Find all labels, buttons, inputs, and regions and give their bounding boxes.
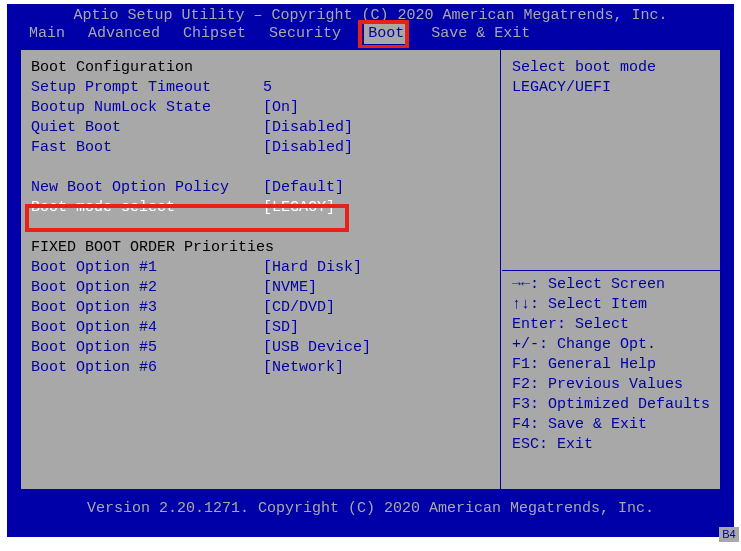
value: [Hard Disk] — [263, 258, 362, 278]
body-area: Boot Configuration Setup Prompt Timeout … — [19, 48, 722, 491]
help-esc: ESC: Exit — [512, 435, 710, 455]
bios-screen: Aptio Setup Utility – Copyright (C) 2020… — [7, 4, 734, 537]
menu-save-exit[interactable]: Save & Exit — [431, 24, 530, 44]
menu-chipset[interactable]: Chipset — [183, 24, 246, 44]
right-pane: Select boot mode LEGACY/UEFI →←: Select … — [502, 50, 720, 489]
value: [Disabled] — [263, 118, 353, 138]
label: Boot Option #3 — [31, 298, 263, 318]
corner-badge: B4 — [719, 527, 739, 542]
row-boot-option-1[interactable]: Boot Option #1 [Hard Disk] — [31, 258, 490, 278]
row-boot-option-5[interactable]: Boot Option #5 [USB Device] — [31, 338, 490, 358]
row-new-boot-option-policy[interactable]: New Boot Option Policy [Default] — [31, 178, 490, 198]
row-fast-boot[interactable]: Fast Boot [Disabled] — [31, 138, 490, 158]
menu-boot[interactable]: Boot — [364, 24, 408, 44]
value: [LEGACY] — [263, 198, 335, 218]
item-description-1: Select boot mode — [512, 58, 710, 78]
value: [Default] — [263, 178, 344, 198]
help-f4: F4: Save & Exit — [512, 415, 710, 435]
label: Boot mode select — [31, 198, 263, 218]
help-select-item: ↑↓: Select Item — [512, 295, 710, 315]
value: 5 — [263, 78, 272, 98]
divider — [502, 270, 720, 271]
value: [SD] — [263, 318, 299, 338]
value: [On] — [263, 98, 299, 118]
menu-main[interactable]: Main — [29, 24, 65, 44]
value: [USB Device] — [263, 338, 371, 358]
help-change-opt: +/-: Change Opt. — [512, 335, 710, 355]
version-bar: Version 2.20.1271. Copyright (C) 2020 Am… — [7, 499, 734, 517]
label: Boot Option #6 — [31, 358, 263, 378]
label: Fast Boot — [31, 138, 263, 158]
row-setup-prompt-timeout[interactable]: Setup Prompt Timeout 5 — [31, 78, 490, 98]
help-select-screen: →←: Select Screen — [512, 275, 710, 295]
help-f1: F1: General Help — [512, 355, 710, 375]
label: Boot Option #1 — [31, 258, 263, 278]
label: Quiet Boot — [31, 118, 263, 138]
label: Boot Option #5 — [31, 338, 263, 358]
row-boot-mode-select[interactable]: Boot mode select [LEGACY] — [31, 198, 490, 218]
label: New Boot Option Policy — [31, 178, 263, 198]
left-pane: Boot Configuration Setup Prompt Timeout … — [21, 50, 501, 489]
boot-config-heading: Boot Configuration — [31, 58, 490, 78]
title-bar: Aptio Setup Utility – Copyright (C) 2020… — [7, 6, 734, 24]
fixed-boot-order-heading: FIXED BOOT ORDER Priorities — [31, 238, 490, 258]
help-f2: F2: Previous Values — [512, 375, 710, 395]
help-f3: F3: Optimized Defaults — [512, 395, 710, 415]
row-boot-option-6[interactable]: Boot Option #6 [Network] — [31, 358, 490, 378]
label: Setup Prompt Timeout — [31, 78, 263, 98]
help-enter-select: Enter: Select — [512, 315, 710, 335]
value: [NVME] — [263, 278, 317, 298]
row-bootup-numlock[interactable]: Bootup NumLock State [On] — [31, 98, 490, 118]
row-quiet-boot[interactable]: Quiet Boot [Disabled] — [31, 118, 490, 138]
value: [Disabled] — [263, 138, 353, 158]
menu-advanced[interactable]: Advanced — [88, 24, 160, 44]
row-boot-option-4[interactable]: Boot Option #4 [SD] — [31, 318, 490, 338]
value: [Network] — [263, 358, 344, 378]
row-boot-option-2[interactable]: Boot Option #2 [NVME] — [31, 278, 490, 298]
row-boot-option-3[interactable]: Boot Option #3 [CD/DVD] — [31, 298, 490, 318]
value: [CD/DVD] — [263, 298, 335, 318]
menu-bar: Main Advanced Chipset Security Boot Save… — [7, 24, 734, 46]
menu-security[interactable]: Security — [269, 24, 341, 44]
item-description-2: LEGACY/UEFI — [512, 78, 710, 98]
label: Bootup NumLock State — [31, 98, 263, 118]
label: Boot Option #2 — [31, 278, 263, 298]
label: Boot Option #4 — [31, 318, 263, 338]
